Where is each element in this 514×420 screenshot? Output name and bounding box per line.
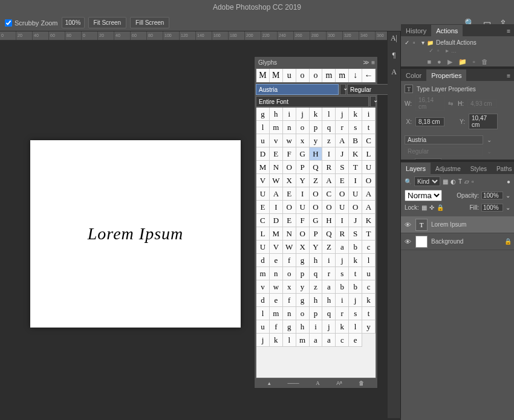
glyph-cell[interactable]: i xyxy=(283,108,296,121)
glyph-cell[interactable]: f xyxy=(283,254,296,267)
fill-field[interactable]: 100% xyxy=(481,204,503,212)
glyph-cell[interactable]: M xyxy=(270,227,283,241)
glyph-cell[interactable]: J xyxy=(349,214,362,227)
glyph-cell[interactable]: h xyxy=(310,294,323,307)
glyph-cell[interactable]: B xyxy=(349,134,362,147)
layer-thumbnail[interactable] xyxy=(415,236,428,248)
y-field[interactable]: 10,47 cm xyxy=(469,114,498,129)
glyph-cell[interactable]: e xyxy=(270,254,283,267)
glyph-cell[interactable]: I xyxy=(296,187,310,201)
glyph-cell[interactable]: n xyxy=(283,307,296,320)
glyph-cell[interactable]: s xyxy=(336,267,349,280)
glyph-cell[interactable]: w xyxy=(270,280,283,294)
glyph-cell[interactable]: k xyxy=(362,294,376,307)
tab-actions[interactable]: Actions xyxy=(431,25,463,36)
recent-glyph[interactable]: M xyxy=(270,69,283,82)
glyph-cell[interactable]: p xyxy=(296,267,310,280)
glyph-cell[interactable]: k xyxy=(349,108,362,121)
glyph-cell[interactable]: A xyxy=(322,174,336,187)
glyph-cell[interactable]: k xyxy=(270,334,283,347)
lock-all-icon[interactable]: 🔒 xyxy=(437,204,444,211)
glyph-cell[interactable]: t xyxy=(362,121,376,134)
glyphs-panel-icon[interactable]: A xyxy=(389,68,399,77)
glyph-cell[interactable]: l xyxy=(349,320,362,334)
glyph-cell[interactable]: h xyxy=(322,294,336,307)
glyphs-font-select[interactable] xyxy=(256,84,339,95)
glyph-cell[interactable]: j xyxy=(256,334,270,347)
zoom-out-icon[interactable]: ▴ xyxy=(268,380,271,386)
panel-menu-icon[interactable]: ≡ xyxy=(503,71,514,81)
glyph-cell[interactable]: P xyxy=(310,227,323,241)
checkmark-icon[interactable]: ✓ xyxy=(405,39,411,46)
lock-pixels-icon[interactable]: ▦ xyxy=(421,204,427,211)
glyph-cell[interactable]: O xyxy=(336,187,349,201)
recent-glyph[interactable]: o xyxy=(310,69,323,82)
recent-glyph[interactable]: m xyxy=(336,69,349,82)
glyph-cell[interactable]: z xyxy=(310,280,323,294)
glyph-cell[interactable]: m xyxy=(270,307,283,320)
glyph-cell[interactable]: n xyxy=(283,121,296,134)
chevron-down-icon[interactable]: ⌄ xyxy=(370,96,376,107)
recent-glyph[interactable]: u xyxy=(283,69,296,82)
glyph-cell[interactable]: m xyxy=(256,267,270,280)
glyph-cell[interactable]: K xyxy=(362,214,376,227)
glyph-cell[interactable]: h xyxy=(296,320,310,334)
glyph-cell[interactable]: A xyxy=(270,187,283,201)
opacity-field[interactable]: 100% xyxy=(481,192,503,199)
glyph-cell[interactable]: a xyxy=(336,241,349,254)
glyph-cell[interactable]: Q xyxy=(310,161,323,174)
character-panel-icon[interactable]: A| xyxy=(389,34,399,44)
fit-screen-button[interactable]: Fit Screen xyxy=(88,17,127,28)
glyph-cell[interactable]: b xyxy=(336,280,349,294)
glyph-cell[interactable]: S xyxy=(349,227,362,241)
glyph-cell[interactable]: O xyxy=(322,201,336,214)
glyphs-panel-header[interactable]: Glyphs >> ≡ xyxy=(255,57,377,68)
glyph-cell[interactable]: R xyxy=(336,227,349,241)
glyph-cell[interactable]: v xyxy=(256,280,270,294)
glyph-cell[interactable]: O xyxy=(283,161,296,174)
glyph-cell[interactable]: R xyxy=(322,161,336,174)
filter-pixel-icon[interactable]: ▦ xyxy=(443,178,448,185)
visibility-icon[interactable]: 👁 xyxy=(403,221,412,228)
glyph-cell[interactable]: Y xyxy=(310,241,323,254)
glyph-cell[interactable]: k xyxy=(336,320,349,334)
glyph-cell[interactable]: q xyxy=(310,267,323,280)
glyph-cell[interactable]: Y xyxy=(296,174,310,187)
glyph-cell[interactable]: A xyxy=(362,187,376,201)
glyph-cell[interactable]: D xyxy=(256,147,270,161)
chevron-down-icon[interactable]: ⌄ xyxy=(506,192,510,199)
glyph-cell[interactable]: k xyxy=(349,254,362,267)
glyph-cell[interactable]: m xyxy=(296,334,310,347)
glyph-cell[interactable]: c xyxy=(362,280,376,294)
glyph-cell[interactable]: V xyxy=(270,241,283,254)
glyph-cell[interactable]: j xyxy=(322,320,336,334)
glyph-cell[interactable]: s xyxy=(349,121,362,134)
glyph-cell[interactable]: p xyxy=(310,121,323,134)
glyph-cell[interactable]: E xyxy=(283,214,296,227)
glyph-cell[interactable]: V xyxy=(256,174,270,187)
glyph-cell[interactable]: z xyxy=(322,134,336,147)
panel-menu-icon[interactable]: ≡ xyxy=(503,26,514,36)
glyph-cell[interactable]: I xyxy=(336,214,349,227)
glyph-cell[interactable]: C xyxy=(322,187,336,201)
glyph-cell[interactable]: f xyxy=(283,294,296,307)
new-action-icon[interactable]: ▫ xyxy=(473,58,475,66)
record-icon[interactable]: ● xyxy=(437,58,441,66)
glyph-cell[interactable]: H xyxy=(310,147,323,161)
tab-color[interactable]: Color xyxy=(401,69,426,81)
collapse-icon[interactable]: >> xyxy=(363,59,368,66)
glyph-cell[interactable]: X xyxy=(283,174,296,187)
glyph-cell[interactable]: J xyxy=(336,147,349,161)
glyph-cell[interactable]: U xyxy=(256,241,270,254)
glyph-cell[interactable]: O xyxy=(283,201,296,214)
zoom-slider[interactable]: ─── xyxy=(287,380,299,386)
glyph-cell[interactable]: H xyxy=(322,214,336,227)
glyph-cell[interactable]: I xyxy=(270,201,283,214)
glyph-cell[interactable]: l xyxy=(283,334,296,347)
glyph-cell[interactable]: U xyxy=(256,187,270,201)
action-item-row[interactable]: ✓▫▸… xyxy=(405,47,510,54)
layer-name[interactable]: Background xyxy=(431,238,501,245)
glyph-cell[interactable]: E xyxy=(283,187,296,201)
glyph-cell[interactable]: u xyxy=(362,267,376,280)
glyph-cell[interactable]: F xyxy=(283,147,296,161)
